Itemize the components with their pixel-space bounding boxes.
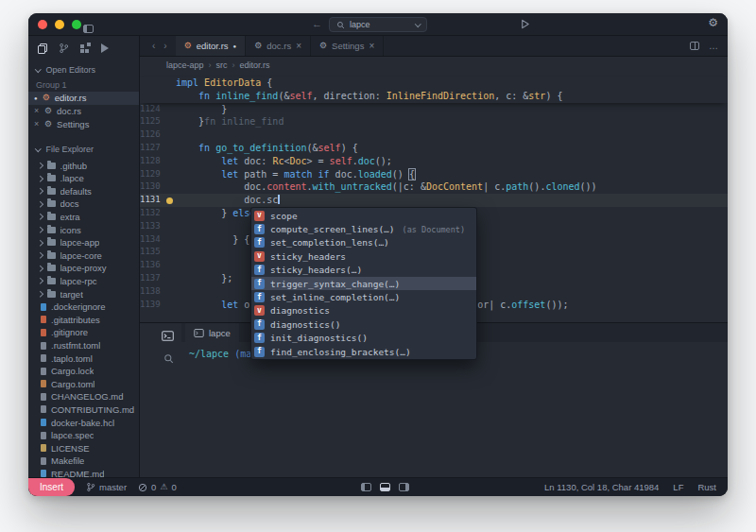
code-text[interactable]: fn inline_find(&self, direction: InlineF… (176, 90, 728, 103)
file-CONTRIBUTING.md[interactable]: CONTRIBUTING.md (28, 403, 139, 417)
completion-item[interactable]: vscope (251, 209, 476, 222)
completion-item[interactable]: fcompute_screen_lines(…)(as Document) (251, 222, 476, 235)
terminal-content[interactable]: ~/lapce(master) (181, 342, 728, 477)
open-editors-header[interactable]: Open Editors (28, 60, 139, 77)
toggle-bottom-panel-icon[interactable] (380, 483, 390, 491)
search-panel-icon[interactable] (163, 353, 174, 364)
completion-item[interactable]: fset_completion_lens(…) (251, 236, 476, 249)
back-icon[interactable]: ← (312, 17, 322, 31)
terminal-tab[interactable]: lapce (185, 323, 239, 342)
code-line: 1127 fn go_to_definition(&self) { (140, 142, 728, 155)
code-text[interactable] (176, 129, 728, 142)
code-text[interactable]: fn go_to_definition(&self) { (176, 142, 728, 155)
completion-item[interactable]: fset_inline_completion(…) (251, 290, 476, 303)
line-number: 1127 (140, 142, 164, 155)
completion-item[interactable]: finit_diagnostics() (251, 332, 476, 345)
folder-defaults[interactable]: defaults (28, 185, 139, 198)
completion-item[interactable]: fsticky_headers(…) (251, 264, 476, 277)
language-mode[interactable]: Rust (697, 482, 716, 492)
file-README.md[interactable]: README.md (28, 468, 139, 477)
file-.rustfmt.toml[interactable]: .rustfmt.toml (28, 339, 139, 352)
debug-icon[interactable] (101, 43, 109, 53)
split-editor-icon[interactable] (690, 42, 699, 50)
file-CHANGELOG.md[interactable]: CHANGELOG.md (28, 390, 139, 403)
file-icon (41, 303, 46, 311)
folder-lapce-app[interactable]: lapce-app (28, 236, 139, 249)
file-Cargo.lock[interactable]: Cargo.lock (28, 365, 139, 378)
toggle-right-panel-icon[interactable] (399, 483, 409, 491)
mode-indicator[interactable]: Insert (28, 478, 75, 496)
file-LICENSE[interactable]: LICENSE (28, 441, 139, 455)
completion-item[interactable]: vdiagnostics (251, 304, 476, 317)
toggle-left-panel-icon[interactable] (361, 483, 371, 491)
folder-docs[interactable]: docs (28, 197, 139, 211)
folder-lapce-proxy[interactable]: lapce-proxy (28, 262, 139, 275)
folder-icons[interactable]: icons (28, 223, 139, 236)
file-docker-bake.hcl[interactable]: docker-bake.hcl (28, 416, 139, 429)
eol-indicator[interactable]: LF (673, 482, 683, 492)
completion-kind-icon: v (254, 211, 265, 221)
minimize-window-icon[interactable] (55, 20, 64, 29)
folder-lapce-core[interactable]: lapce-core (28, 249, 139, 263)
close-icon[interactable]: × (296, 41, 301, 51)
breadcrumb-item[interactable]: src (216, 60, 228, 70)
tab-next-icon[interactable]: › (163, 41, 166, 51)
folder-.lapce[interactable]: .lapce (28, 172, 139, 185)
code-text[interactable]: } (176, 103, 728, 116)
file-lapce.spec[interactable]: lapce.spec (28, 429, 139, 442)
folder-name: lapce-proxy (60, 263, 107, 273)
problems-indicator[interactable]: 0 ⚠ 0 (138, 482, 177, 492)
tab-doc.rs[interactable]: ⚙doc.rs× (246, 36, 311, 56)
tab-editor.rs[interactable]: ⚙editor.rs● (176, 36, 247, 56)
command-palette[interactable]: lapce (329, 17, 427, 32)
extensions-icon[interactable] (80, 43, 90, 53)
toggle-sidebar-icon[interactable] (83, 25, 94, 33)
completion-item[interactable]: ffind_enclosing_brackets(…) (251, 345, 476, 358)
terminal-icon[interactable] (162, 331, 174, 341)
code-text[interactable]: let path = match if doc.loaded() { (176, 168, 728, 181)
folder-lapce-rpc[interactable]: lapce-rpc (28, 275, 139, 288)
cursor-position[interactable]: Ln 1130, Col 18, Char 41984 (544, 482, 659, 492)
completion-item[interactable]: fdiagnostics() (251, 317, 476, 331)
file-.gitignore[interactable]: .gitignore (28, 326, 139, 339)
file-explorer-icon[interactable] (38, 43, 47, 54)
folder-.github[interactable]: .github (28, 159, 139, 172)
code-text[interactable]: doc.sc (176, 194, 728, 207)
breadcrumb-item[interactable]: lapce-app (166, 60, 204, 70)
folder-extra[interactable]: extra (28, 211, 139, 224)
code-text[interactable]: }fn inline_find (176, 115, 728, 129)
code-action-lightbulb-icon[interactable] (164, 194, 176, 207)
file-Cargo.toml[interactable]: Cargo.toml (28, 377, 139, 390)
file-.gitattributes[interactable]: .gitattributes (28, 314, 139, 327)
source-control-icon[interactable] (59, 43, 69, 54)
run-icon[interactable] (520, 19, 530, 29)
maximize-window-icon[interactable] (72, 20, 81, 29)
open-editor-item[interactable]: ×⚙Settings (28, 118, 139, 131)
code-text[interactable]: let doc: Rc<Doc> = self.doc(); (176, 155, 728, 168)
file-.taplo.toml[interactable]: .taplo.toml (28, 352, 139, 365)
close-icon[interactable]: × (34, 120, 40, 129)
folder-target[interactable]: target (28, 287, 139, 300)
more-actions-icon[interactable]: … (709, 41, 718, 51)
close-icon[interactable]: × (369, 41, 374, 51)
settings-gear-icon[interactable]: ⚙ (708, 16, 718, 29)
close-icon[interactable]: × (34, 107, 40, 115)
breadcrumb-item[interactable]: editor.rs (240, 60, 270, 70)
file-.dockerignore[interactable]: .dockerignore (28, 300, 139, 314)
tab-Settings[interactable]: ⚙Settings× (311, 36, 384, 56)
completion-kind-icon: f (254, 224, 265, 234)
close-window-icon[interactable] (38, 20, 47, 29)
file-explorer-header[interactable]: File Explorer (28, 139, 139, 157)
file-Makefile[interactable]: Makefile (28, 455, 139, 468)
code-text[interactable]: doc.content.with_untracked(|c: &DocConte… (176, 180, 728, 194)
completion-item[interactable]: ftrigger_syntax_change(…) (251, 277, 476, 290)
tab-prev-icon[interactable]: ‹ (152, 41, 155, 51)
code-text[interactable]: impl EditorData { (176, 77, 728, 90)
completion-item[interactable]: vsticky_headers (251, 249, 476, 263)
open-editor-item[interactable]: ●⚙editor.rs (28, 92, 139, 105)
open-editor-item[interactable]: ×⚙doc.rs (28, 105, 139, 118)
git-branch-indicator[interactable]: master (86, 482, 127, 492)
code-token: let (221, 156, 244, 166)
sticky-header: impl EditorData { fn inline_find(&self, … (140, 77, 728, 103)
tab-bar: ‹ › ⚙editor.rs●⚙doc.rs×⚙Settings× … (140, 36, 728, 57)
